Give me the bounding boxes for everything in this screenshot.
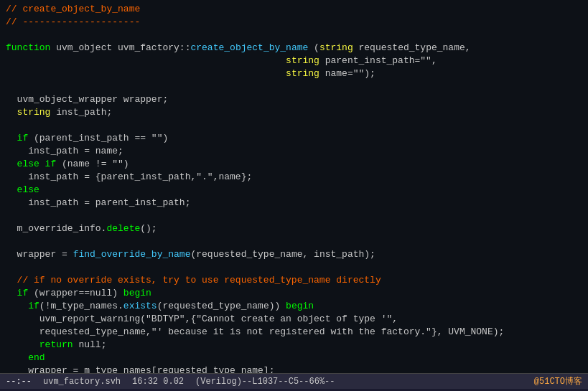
code-line: inst_path = name; <box>0 145 588 158</box>
code-line <box>0 261 588 274</box>
code-editor: // create_object_by_name// -------------… <box>0 0 588 373</box>
code-line: string parent_inst_path="", <box>0 55 588 67</box>
code-line: wrapper = find_override_by_name(requeste… <box>0 248 588 261</box>
filename: uvm_factory.svh <box>43 377 121 387</box>
code-line: uvm_object_wrapper wrapper; <box>0 93 588 106</box>
code-line: // if no override exists, try to use req… <box>0 274 588 287</box>
code-line <box>0 29 588 42</box>
code-line: function uvm_object uvm_factory::create_… <box>0 42 588 55</box>
status-bar: --:-- uvm_factory.svh 16:32 0.02 (Verilo… <box>0 373 588 389</box>
code-line: // --------------------- <box>0 16 588 29</box>
code-line: string inst_path; <box>0 106 588 119</box>
code-line: requested_type_name,"' because it is not… <box>0 326 588 339</box>
code-line <box>0 209 588 222</box>
code-line: m_override_info.delete(); <box>0 222 588 235</box>
vim-mode: --:-- <box>6 377 32 387</box>
code-line: wrapper = m_type_names[requested_type_na… <box>0 364 588 373</box>
code-line: return null; <box>0 339 588 352</box>
code-line: inst_path = {parent_inst_path,".",name}; <box>0 171 588 184</box>
code-line <box>0 119 588 132</box>
code-line: end <box>0 352 588 364</box>
code-line: else if (name != "") <box>0 158 588 171</box>
code-line: if (wrapper==null) begin <box>0 287 588 300</box>
code-line: if (parent_inst_path == "") <box>0 132 588 145</box>
code-line: inst_path = parent_inst_path; <box>0 197 588 209</box>
code-line <box>0 80 588 93</box>
code-line: string name=""); <box>0 67 588 80</box>
code-line: // create_object_by_name <box>0 3 588 16</box>
code-line: else <box>0 184 588 197</box>
code-line <box>0 235 588 248</box>
code-line: uvm_report_warning("BDTYP",{"Cannot crea… <box>0 313 588 326</box>
watermark: @51CTO博客 <box>534 375 582 387</box>
cursor-position: 16:32 0.02 <box>132 377 184 387</box>
code-line: if(!m_type_names.exists(requested_type_n… <box>0 300 588 313</box>
file-info: (Verilog)--L1037--C5--66%-- <box>195 377 335 387</box>
